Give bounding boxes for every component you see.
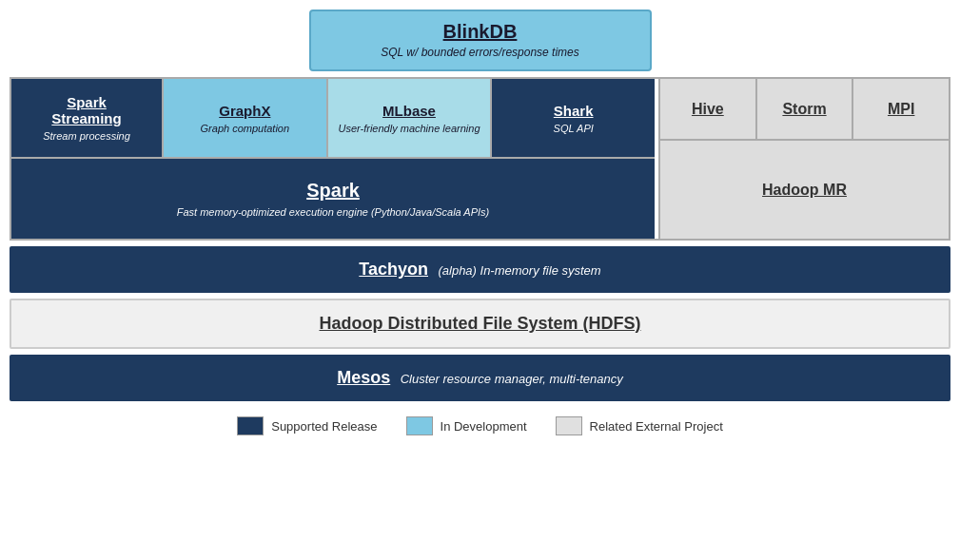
graphx-title: GraphX: [219, 103, 270, 119]
graphx-panel: GraphX Graph computation: [164, 79, 328, 157]
hadoop-mr-title: Hadoop MR: [762, 182, 847, 199]
main-section: SparkStreaming Stream processing GraphX …: [10, 77, 950, 241]
hadoop-mr-cell: Hadoop MR: [660, 141, 949, 239]
spark-streaming-subtitle: Stream processing: [43, 130, 130, 142]
diagram: BlinkDB SQL w/ bounded errors/response t…: [10, 10, 950, 435]
spark-engine-panel: Spark Fast memory-optimized execution en…: [11, 159, 655, 239]
blinkdb-subtitle: SQL w/ bounded errors/response times: [381, 46, 579, 59]
blinkdb-box: BlinkDB SQL w/ bounded errors/response t…: [309, 10, 652, 71]
spark-streaming-panel: SparkStreaming Stream processing: [11, 79, 164, 157]
mesos-row: Mesos Cluster resource manager, multi-te…: [10, 355, 950, 401]
mpi-cell: MPI: [853, 79, 949, 139]
legend-external: Related External Project: [556, 416, 723, 435]
shark-subtitle: SQL API: [554, 123, 594, 134]
hdfs-row: Hadoop Distributed File System (HDFS): [10, 299, 950, 349]
mesos-title: Mesos: [337, 368, 390, 387]
blinkdb-row: BlinkDB SQL w/ bounded errors/response t…: [10, 10, 950, 71]
blinkdb-title: BlinkDB: [443, 21, 518, 42]
mlbase-subtitle: User-friendly machine learning: [339, 123, 480, 134]
tachyon-title: Tachyon: [359, 260, 428, 279]
legend-supported: Supported Release: [237, 416, 377, 435]
hive-cell: Hive: [660, 79, 757, 139]
graphx-subtitle: Graph computation: [201, 123, 290, 134]
shark-title: Shark: [554, 103, 594, 119]
legend-development: In Development: [406, 416, 527, 435]
mesos-subtitle: Cluster resource manager, multi-tenancy: [401, 372, 623, 386]
tachyon-row: Tachyon (alpha) In-memory file system: [10, 246, 950, 293]
legend: Supported Release In Development Related…: [10, 416, 950, 435]
spark-streaming-title: SparkStreaming: [51, 94, 121, 126]
development-label: In Development: [441, 419, 527, 434]
right-top-row: Hive Storm MPI: [660, 79, 949, 141]
external-label: Related External Project: [590, 419, 723, 434]
supported-label: Supported Release: [271, 419, 377, 434]
hdfs-title: Hadoop Distributed File System (HDFS): [319, 314, 640, 333]
storm-cell: Storm: [757, 79, 854, 139]
left-panel: SparkStreaming Stream processing GraphX …: [11, 79, 655, 239]
development-swatch: [406, 416, 433, 435]
spark-engine-title: Spark: [306, 180, 360, 201]
top-panels-row: SparkStreaming Stream processing GraphX …: [11, 79, 655, 159]
right-panel: Hive Storm MPI Hadoop MR: [658, 79, 949, 239]
tachyon-subtitle: (alpha) In-memory file system: [438, 263, 600, 278]
spark-engine-subtitle: Fast memory-optimized execution engine (…: [21, 206, 645, 218]
storm-title: Storm: [782, 101, 826, 118]
supported-swatch: [237, 416, 264, 435]
mpi-title: MPI: [888, 101, 914, 118]
mlbase-title: MLbase: [382, 103, 436, 119]
shark-panel: Shark SQL API: [492, 79, 655, 157]
hive-title: Hive: [692, 101, 724, 118]
mlbase-panel: MLbase User-friendly machine learning: [328, 79, 493, 157]
external-swatch: [556, 416, 582, 435]
